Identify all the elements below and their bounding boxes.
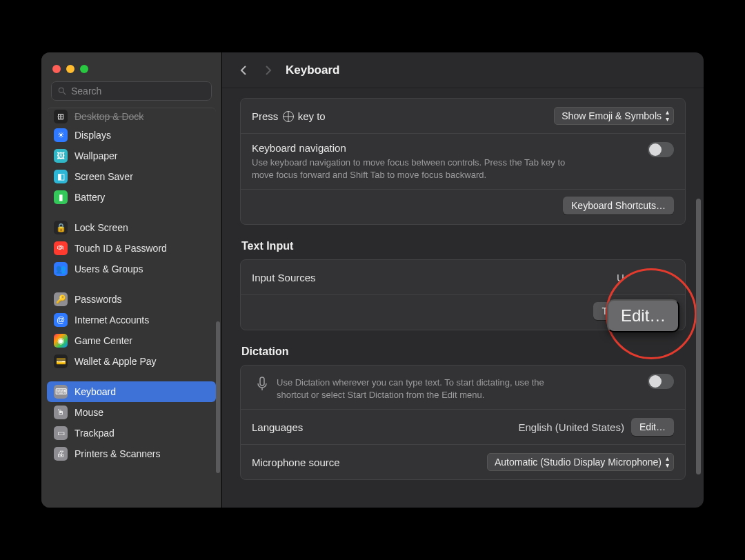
sidebar-item-users-groups[interactable]: 👥 Users & Groups xyxy=(47,259,216,279)
mic-source-row: Microphone source Automatic (Studio Disp… xyxy=(241,444,685,479)
sidebar-item-label: Lock Screen xyxy=(74,222,128,233)
dictation-desc: Use Dictation wherever you can type text… xyxy=(277,377,573,401)
keyboard-nav-desc: Use keyboard navigation to move focus be… xyxy=(252,157,583,181)
dictation-heading: Dictation xyxy=(241,346,684,358)
at-icon: @ xyxy=(54,313,68,327)
sidebar-item-touch-id[interactable]: ෧ Touch ID & Password xyxy=(47,238,216,259)
system-settings-window: ⊞ Desktop & Dock ☀ Displays 🖼 Wallpaper … xyxy=(41,52,704,508)
wallpaper-icon: 🖼 xyxy=(54,149,68,163)
printer-icon: 🖨 xyxy=(54,447,68,461)
content-scrollbar[interactable] xyxy=(696,199,701,474)
sidebar-item-label: Wallpaper xyxy=(74,150,118,161)
sidebar-item-displays[interactable]: ☀ Displays xyxy=(47,125,216,146)
languages-label: Languages xyxy=(252,421,303,433)
sidebar-item-label: Displays xyxy=(74,130,111,141)
sidebar-nav: ⊞ Desktop & Dock ☀ Displays 🖼 Wallpaper … xyxy=(41,108,221,508)
press-globe-row: Press key to Show Emoji & Symbols ▴▾ xyxy=(241,99,685,133)
keyboard-nav-row: Keyboard navigation Use keyboard navigat… xyxy=(241,133,685,189)
chevron-left-icon xyxy=(239,65,248,76)
languages-row: Languages English (United States) Edit… xyxy=(241,409,685,444)
press-globe-popup[interactable]: Show Emoji & Symbols ▴▾ xyxy=(554,107,674,125)
updown-icon: ▴▾ xyxy=(666,109,669,123)
sidebar-item-keyboard[interactable]: ⌨ Keyboard xyxy=(47,381,216,402)
text-input-heading: Text Input xyxy=(241,240,684,252)
mouse-icon: 🖱 xyxy=(54,406,68,419)
mic-source-label: Microphone source xyxy=(252,457,340,468)
sidebar-scrollbar[interactable] xyxy=(216,321,220,473)
sidebar-item-wallpaper[interactable]: 🖼 Wallpaper xyxy=(47,146,216,166)
sidebar-item-label: Touch ID & Password xyxy=(74,243,167,254)
wallet-icon: 💳 xyxy=(54,354,68,368)
users-icon: 👥 xyxy=(54,262,68,276)
page-title: Keyboard xyxy=(286,63,339,77)
search-field[interactable] xyxy=(51,81,212,101)
titlebar: Keyboard xyxy=(222,52,704,88)
press-globe-label: Press key to xyxy=(252,110,326,122)
zoom-button[interactable] xyxy=(80,65,88,73)
microphone-icon xyxy=(252,374,272,394)
sidebar-item-label: Game Center xyxy=(74,335,132,346)
keyboard-shortcuts-row: Keyboard Shortcuts… xyxy=(241,189,685,224)
battery-icon: ▮ xyxy=(54,190,68,204)
sidebar-item-label: Users & Groups xyxy=(74,263,143,274)
sidebar-item-label: Passwords xyxy=(74,294,121,305)
sidebar-item-desktop-dock[interactable]: ⊞ Desktop & Dock xyxy=(47,108,216,125)
search-icon xyxy=(57,86,67,96)
display-icon: ☀ xyxy=(54,128,68,142)
svg-line-1 xyxy=(63,92,66,95)
sidebar: ⊞ Desktop & Dock ☀ Displays 🖼 Wallpaper … xyxy=(41,52,222,508)
sidebar-item-battery[interactable]: ▮ Battery xyxy=(47,187,216,208)
sidebar-item-label: Printers & Scanners xyxy=(74,448,161,459)
mic-source-popup[interactable]: Automatic (Studio Display Microphone) ▴▾ xyxy=(487,453,674,471)
sidebar-item-trackpad[interactable]: ▭ Trackpad xyxy=(47,423,216,443)
sidebar-item-label: Wallet & Apple Pay xyxy=(74,356,157,367)
trackpad-icon: ▭ xyxy=(54,426,68,440)
minimize-button[interactable] xyxy=(66,65,74,73)
input-sources-label: Input Sources xyxy=(252,272,316,283)
sidebar-item-game-center[interactable]: ◉ Game Center xyxy=(47,330,216,351)
keyboard-top-panel: Press key to Show Emoji & Symbols ▴▾ Key… xyxy=(240,98,686,225)
dictation-panel: Use Dictation wherever you can type text… xyxy=(240,365,686,480)
main-pane: Keyboard Press key to Show Emoji & Symbo… xyxy=(222,52,704,508)
sidebar-item-passwords[interactable]: 🔑 Passwords xyxy=(47,289,216,310)
languages-value: English (United States) xyxy=(518,421,624,433)
dictation-desc-row: Use Dictation wherever you can type text… xyxy=(241,366,685,409)
gamecenter-icon: ◉ xyxy=(54,334,68,348)
fingerprint-icon: ෧ xyxy=(54,241,68,255)
close-button[interactable] xyxy=(52,65,61,73)
back-button[interactable] xyxy=(236,63,251,78)
keyboard-nav-toggle[interactable] xyxy=(648,142,674,157)
sidebar-item-screen-saver[interactable]: ◧ Screen Saver xyxy=(47,166,216,187)
press-globe-value: Show Emoji & Symbols xyxy=(562,110,662,121)
forward-button[interactable] xyxy=(261,63,276,78)
keyboard-shortcuts-button[interactable]: Keyboard Shortcuts… xyxy=(563,197,674,214)
search-input[interactable] xyxy=(71,86,206,97)
content: Press key to Show Emoji & Symbols ▴▾ Key… xyxy=(222,88,704,508)
svg-point-0 xyxy=(59,88,63,92)
sidebar-item-lock-screen[interactable]: 🔒 Lock Screen xyxy=(47,217,216,238)
input-sources-value: U xyxy=(617,272,624,283)
sidebar-item-mouse[interactable]: 🖱 Mouse xyxy=(47,402,216,423)
sidebar-item-label: Mouse xyxy=(74,407,103,418)
sidebar-item-label: Screen Saver xyxy=(74,171,133,182)
languages-edit-button[interactable]: Edit… xyxy=(631,418,674,436)
sidebar-item-wallet[interactable]: 💳 Wallet & Apple Pay xyxy=(47,351,216,372)
sidebar-item-internet-accounts[interactable]: @ Internet Accounts xyxy=(47,310,216,330)
chevron-right-icon xyxy=(264,65,272,76)
globe-icon xyxy=(283,111,294,122)
keyboard-nav-title: Keyboard navigation xyxy=(252,142,583,154)
mic-source-value: Automatic (Studio Display Microphone) xyxy=(495,457,662,468)
sidebar-item-label: Trackpad xyxy=(74,428,115,439)
dock-icon: ⊞ xyxy=(54,110,68,123)
sidebar-item-label: Desktop & Dock xyxy=(74,111,143,122)
updown-icon: ▴▾ xyxy=(666,455,669,469)
input-sources-row: Input Sources U Edit… xyxy=(241,260,685,294)
input-sources-edit-button-highlight[interactable]: Edit… xyxy=(607,299,679,332)
dictation-toggle[interactable] xyxy=(648,374,674,389)
svg-rect-2 xyxy=(260,377,264,386)
sidebar-item-printers[interactable]: 🖨 Printers & Scanners xyxy=(47,443,216,464)
keyboard-icon: ⌨ xyxy=(54,385,68,399)
key-icon: 🔑 xyxy=(54,292,68,306)
sidebar-item-label: Internet Accounts xyxy=(74,314,149,326)
screensaver-icon: ◧ xyxy=(54,170,68,183)
